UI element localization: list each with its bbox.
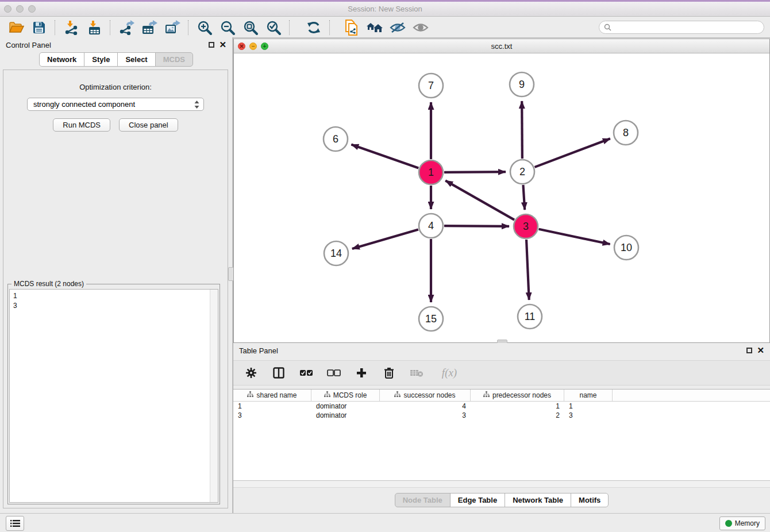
export-table-icon[interactable] [138,19,161,36]
minimize-window-icon[interactable] [16,5,24,13]
table-cell[interactable]: dominator [311,411,380,420]
table-cell[interactable]: 3 [233,411,311,420]
node-label-9: 9 [519,79,525,90]
tab-style[interactable]: Style [84,52,118,67]
function-builder-icon: f(x) [437,365,462,380]
status-bar: Memory [0,513,770,532]
table-cell[interactable]: 3 [380,411,471,420]
window-titlebar: Session: New Session [0,2,770,17]
criterion-dropdown[interactable]: strongly connected component [27,98,204,111]
float-table-panel-icon[interactable] [746,348,752,353]
gear-icon[interactable] [244,365,259,380]
close-window-icon[interactable] [4,5,11,13]
open-file-icon[interactable] [5,19,28,36]
table-cell[interactable]: dominator [311,402,380,411]
table-hscrollbar[interactable] [233,481,770,488]
column-header-name[interactable]: name [564,390,613,401]
column-header-predecessor-nodes[interactable]: predecessor nodes [471,390,564,401]
import-table-icon[interactable] [83,19,106,36]
memory-label: Memory [735,519,760,527]
edge-3-1[interactable] [445,180,514,219]
zoom-out-icon[interactable] [216,19,239,36]
table-cell[interactable]: 1 [471,402,564,411]
clone-network-icon[interactable] [340,19,363,36]
export-image-icon[interactable] [161,19,184,36]
node-label-1: 1 [428,167,434,178]
application-window: Session: New Session [0,0,770,532]
node-label-11: 11 [525,311,536,322]
edge-2-9[interactable] [522,101,522,159]
memory-status-icon [725,520,732,527]
edge-2-3[interactable] [523,185,525,210]
add-column-icon[interactable] [354,365,369,380]
node-label-14: 14 [330,248,342,259]
zoom-in-icon[interactable] [193,19,216,36]
table-panel: Table Panel ✕ [233,343,770,515]
control-panel: Control Panel ✕ NetworkStyleSelectMCDS O… [0,37,232,515]
zoom-fit-icon[interactable] [239,19,262,36]
mcds-panel: Optimization criterion: strongly connect… [3,70,228,508]
table-cell[interactable]: 2 [471,411,564,420]
mcds-result-title: MCDS result (2 nodes) [11,280,86,288]
close-table-panel-icon[interactable]: ✕ [757,348,764,353]
network-canvas[interactable]: 7968124314101511 [234,53,769,342]
float-panel-icon[interactable] [209,42,214,48]
task-history-button[interactable] [6,516,24,531]
column-header-shared-name[interactable]: shared name [233,390,311,401]
zoom-selected-icon[interactable] [262,19,285,36]
node-label-15: 15 [425,313,437,325]
table-cell[interactable]: 1 [564,402,613,411]
table-cell[interactable]: 3 [564,411,613,420]
table-cell[interactable]: 4 [380,402,471,411]
tab-mcds[interactable]: MCDS [155,52,193,67]
main-toolbar [0,18,770,38]
attribute-tree-icon [324,391,330,399]
select-all-icon[interactable] [299,365,314,380]
table-cell[interactable]: 1 [233,402,311,411]
search-input[interactable] [614,23,764,32]
memory-button[interactable]: Memory [719,516,765,530]
window-title: Session: New Session [0,2,770,16]
export-network-icon[interactable] [115,19,138,36]
maximize-window-icon[interactable] [28,5,36,13]
tab-select[interactable]: Select [117,52,155,67]
edge-3-11[interactable] [526,240,529,300]
close-panel-button[interactable]: Close panel [119,118,178,132]
search-box[interactable] [599,21,764,34]
node-label-2: 2 [519,166,525,178]
column-header-MCDS-role[interactable]: MCDS role [311,390,380,401]
table-row[interactable]: 1dominator411 [233,402,770,411]
network-window-titlebar: ✕ – + scc.txt [234,39,769,53]
edge-1-6[interactable] [351,145,418,168]
edge-1-2[interactable] [444,172,506,172]
import-network-icon[interactable] [60,19,83,36]
tab-motifs[interactable]: Motifs [571,493,609,507]
tab-network[interactable]: Network [39,52,84,67]
result-scrollbar[interactable] [210,290,218,502]
delete-icon[interactable] [382,365,396,380]
optimization-criterion-label: Optimization criterion: [3,83,228,91]
edge-4-3[interactable] [444,226,509,226]
column-view-icon[interactable] [271,365,286,380]
tab-node-table[interactable]: Node Table [395,493,451,507]
edge-4-14[interactable] [352,229,418,248]
close-panel-icon[interactable]: ✕ [219,42,226,48]
result-line: 3 [13,301,218,311]
run-mcds-button[interactable]: Run MCDS [53,118,110,132]
attribute-tree-icon [394,391,401,399]
hide-details-icon[interactable] [386,19,409,36]
network-window-title: scc.txt [234,42,769,51]
column-header-successor-nodes[interactable]: successor nodes [380,390,471,401]
edge-2-8[interactable] [535,138,610,167]
apply-layout-icon[interactable] [302,19,325,36]
table-tabs: Node TableEdge TableNetwork TableMotifs [233,493,770,507]
table-row[interactable]: 3dominator323 [233,411,770,420]
edge-3-10[interactable] [539,229,610,244]
mcds-result-list[interactable]: 13 [9,289,218,503]
tab-network-table[interactable]: Network Table [505,493,571,507]
deselect-all-icon[interactable] [326,365,341,380]
show-details-icon[interactable] [409,19,432,36]
tab-edge-table[interactable]: Edge Table [450,493,505,507]
save-session-icon[interactable] [28,19,51,36]
home-icon[interactable] [363,19,386,36]
